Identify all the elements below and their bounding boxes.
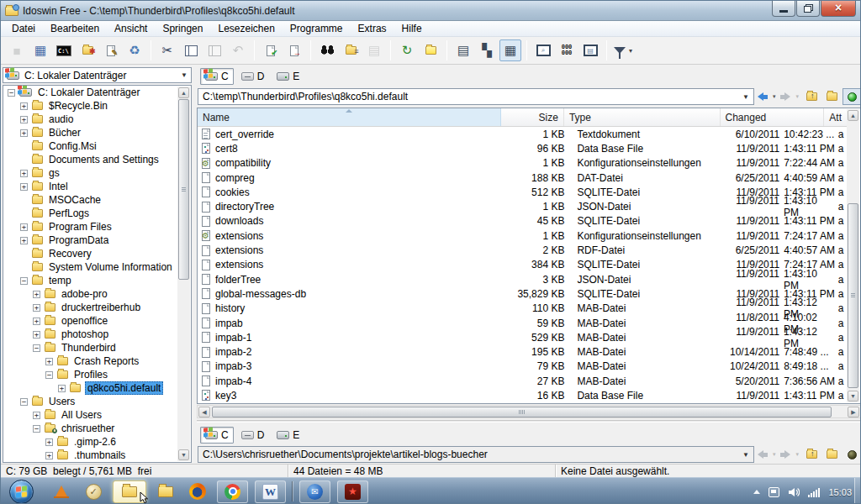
edit-ok-icon[interactable]: ✔ [260,39,282,61]
column-header-name[interactable]: Name [198,108,501,126]
expand-icon[interactable]: + [45,358,53,365]
expand-icon[interactable]: + [33,412,40,419]
forward-history-icon[interactable]: ▾ [795,93,799,100]
chrome-icon[interactable] [217,480,248,503]
table-row[interactable]: impab-1529 KBMAB-Datei11/9/20111:43:12 P… [198,330,847,344]
tree-item[interactable]: Recovery [3,247,178,260]
drive-tab-c[interactable]: C [200,68,234,85]
drive-tab-e[interactable]: E [272,427,304,444]
drive-tab-c[interactable]: C [200,427,234,444]
select-folder-icon[interactable] [420,39,441,61]
quickview-icon[interactable]: ▤ [579,39,601,61]
column-header-att[interactable]: Att [824,108,847,126]
menu-item-bearbeiten[interactable]: Bearbeiten [43,21,107,36]
minimize-button[interactable] [772,1,795,17]
expand-icon[interactable]: + [33,304,40,312]
tree-item[interactable]: −Thunderbird [3,341,178,354]
export-icon[interactable]: → [283,39,305,61]
table-row[interactable]: extensions1 KBKonfigurationseinstellunge… [198,228,847,243]
folder-button[interactable] [822,446,841,463]
table-row[interactable]: impab-2195 KBMAB-Datei10/14/20117:48:49 … [198,344,847,359]
scroll-left-icon[interactable]: ◀ [198,407,210,417]
drive-combo[interactable]: C: Lokaler Datenträger ▼ [3,67,192,83]
address-input-bottom[interactable]: C:\Users\chrisruether\Documents\projekte… [198,446,754,463]
table-row[interactable]: impab-379 KBMAB-Datei10/24/20118:49:18 .… [198,360,847,374]
word-icon[interactable]: W [255,480,286,503]
hidden-icons-arrow[interactable] [753,490,760,494]
table-row[interactable]: compreg188 KBDAT-Datei6/25/20114:40:59 A… [198,171,847,185]
column-header-changed[interactable]: Changed [721,108,825,126]
folder-up-button[interactable]: ↑ [802,88,821,105]
view-report-icon[interactable]: ▤ [452,39,474,61]
view-details-icon[interactable]: ▦ [499,39,521,61]
pane-divider[interactable] [197,420,861,423]
expand-icon[interactable]: + [20,116,28,123]
tree-item[interactable]: −Profiles [3,368,178,381]
copy-icon[interactable] [180,39,202,61]
back-button[interactable] [756,88,769,105]
collapse-icon[interactable]: − [33,425,40,433]
start-button[interactable] [9,480,34,504]
chevron-down-icon[interactable]: ▾ [629,47,632,55]
drive-tab-e[interactable]: E [272,68,304,85]
new-folder-icon[interactable]: ✱ [77,39,98,61]
action-center-icon[interactable] [769,487,779,497]
chevron-down-icon[interactable]: ▼ [181,71,188,79]
collapse-icon[interactable]: − [45,371,53,379]
red-app-icon[interactable]: ★ [337,480,368,503]
drive-tab-d[interactable]: D [236,427,270,444]
file-list-hscrollbar[interactable]: ◀ ▶ [197,405,861,418]
forward-button[interactable] [779,446,792,463]
restore-button[interactable] [796,1,820,17]
table-row[interactable]: cert_override1 KBTextdokument6/10/201110… [198,127,847,141]
tree-item[interactable]: +.gimp-2.6 [3,435,178,449]
tree-item[interactable]: −Users [3,395,178,408]
new-window-icon[interactable]: ▦ [29,39,51,61]
collapse-icon[interactable]: − [20,277,28,285]
file-list-scrollbar-thumb[interactable] [848,203,858,388]
chevron-down-icon[interactable]: ▼ [742,93,749,101]
back-history-icon[interactable]: ▾ [773,93,776,100]
menu-item-ansicht[interactable]: Ansicht [107,21,155,36]
scroll-up-icon[interactable]: ▲ [848,110,858,121]
sync-app-icon[interactable]: ✓ [81,480,106,503]
tree-item[interactable]: +adobe-pro [3,287,178,301]
folder-button[interactable] [822,88,841,105]
filter-icon[interactable]: ▾ [612,39,634,61]
expand-icon[interactable]: + [45,452,53,459]
preview-icon[interactable]: ⌕ [532,39,554,61]
menu-item-hilfe[interactable]: Hilfe [394,21,430,36]
tree-item[interactable]: +.thumbnails [3,449,178,462]
tree-item[interactable]: Documents and Settings [3,153,178,166]
tree-item[interactable]: +$Recycle.Bin [3,99,178,113]
tree-item[interactable]: +photoshop [3,328,178,341]
filter-led-button[interactable] [843,446,861,463]
paste-icon[interactable] [203,39,225,61]
expand-icon[interactable]: + [20,102,28,110]
cut-icon[interactable]: ✂ [156,39,178,61]
thunderbird-icon[interactable]: ✉ [299,480,330,503]
tree-item[interactable]: −chrisruether [3,422,178,435]
tree-item[interactable]: −C: Lokaler Datenträger [3,86,178,99]
size-digits-icon[interactable]: 000000 [556,39,578,61]
close-button[interactable]: × [821,1,856,17]
table-row[interactable]: key316 KBData Base File11/9/20111:43:11 … [198,388,847,402]
tree-scrollbar[interactable]: ▲ ▼ [177,87,190,461]
tree-item[interactable]: Config.Msi [3,139,178,153]
expand-icon[interactable]: + [33,331,40,339]
menu-item-springen[interactable]: Springen [155,21,210,36]
expand-icon[interactable]: + [20,183,28,191]
tree-item[interactable]: PerfLogs [3,207,178,220]
menu-item-datei[interactable]: Datei [4,21,43,36]
tree-item[interactable]: +Crash Reports [3,354,178,368]
table-row[interactable]: impab-427 KBMAB-Datei5/20/20117:36:56 AM… [198,374,847,388]
tree-scrollbar-thumb[interactable] [178,99,189,280]
tree-item[interactable]: +ProgramData [3,234,178,247]
command-prompt-icon[interactable]: C:\ [53,39,75,61]
menu-item-lesezeichen[interactable]: Lesezeichen [210,21,282,36]
inactive-square-icon[interactable]: ■ [6,39,28,61]
expand-icon[interactable]: + [20,170,28,177]
tree-item[interactable]: +Program Files [3,220,178,234]
hscrollbar-thumb[interactable] [212,407,832,417]
clock[interactable]: 15:03 [828,487,852,497]
